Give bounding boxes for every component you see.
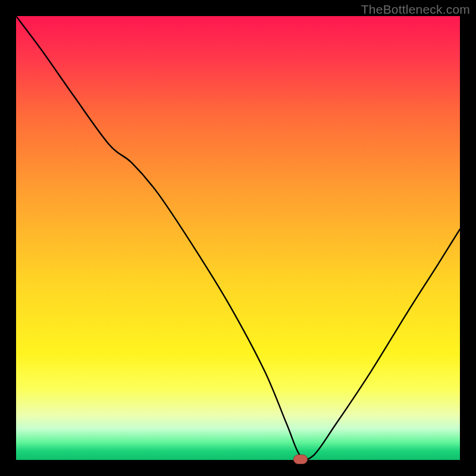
plot-area <box>16 16 460 460</box>
bottleneck-curve <box>16 16 460 460</box>
chart-frame: TheBottleneck.com <box>0 0 476 476</box>
optimal-point-marker <box>293 455 308 464</box>
watermark-text: TheBottleneck.com <box>361 2 470 17</box>
